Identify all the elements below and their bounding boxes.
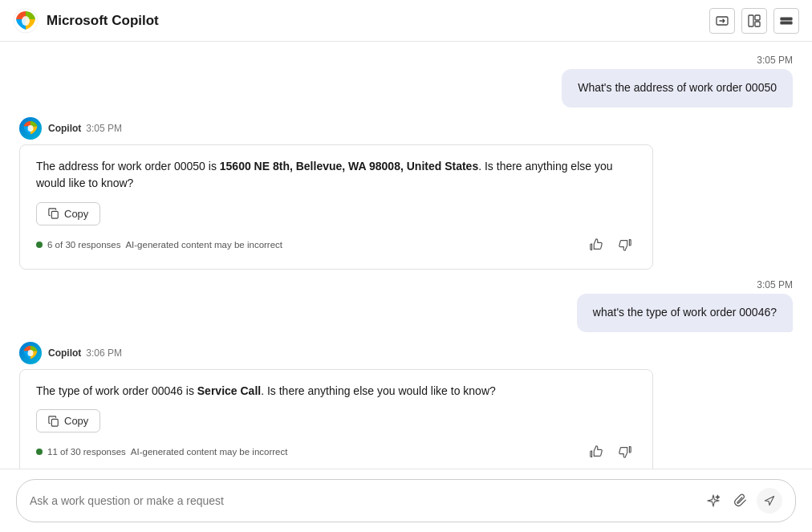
header-icons bbox=[709, 8, 799, 34]
sparkle-icon bbox=[706, 493, 721, 508]
header-icon-btn-3[interactable] bbox=[773, 8, 799, 34]
header-icon-btn-1[interactable] bbox=[709, 8, 735, 34]
app-title: Microsoft Copilot bbox=[47, 13, 159, 29]
copilot-bubble-2: The type of work order 00046 is Service … bbox=[19, 369, 653, 469]
svg-rect-5 bbox=[755, 22, 760, 26]
copilot-text-after-2: . Is there anything else you would like … bbox=[261, 384, 496, 397]
copilot-text-1: The address for work order 00050 is 1560… bbox=[36, 158, 636, 193]
app-logo bbox=[13, 8, 39, 34]
copilot-text-before-1: The address for work order 00050 is bbox=[36, 160, 220, 173]
thumbs-up-icon-1 bbox=[589, 238, 603, 252]
thumbs-down-button-2[interactable] bbox=[614, 441, 636, 463]
copilot-avatar-icon-1 bbox=[22, 120, 39, 137]
thumbs-down-icon-1 bbox=[618, 238, 632, 252]
svg-rect-11 bbox=[51, 419, 58, 426]
copilot-bubble-1: The address for work order 00050 is 1560… bbox=[19, 144, 653, 270]
attachment-button[interactable] bbox=[729, 489, 752, 512]
copilot-time-2: 3:06 PM bbox=[86, 347, 122, 359]
svg-point-1 bbox=[22, 16, 30, 26]
attachment-icon bbox=[733, 493, 748, 508]
copilot-avatar-icon-2 bbox=[22, 344, 39, 362]
share-icon bbox=[716, 14, 729, 27]
input-icons bbox=[702, 488, 782, 514]
send-icon bbox=[763, 494, 776, 507]
chat-area: 3:05 PM What's the address of work order… bbox=[0, 42, 812, 469]
copy-button-1[interactable]: Copy bbox=[36, 202, 100, 225]
svg-rect-6 bbox=[781, 18, 792, 20]
svg-point-8 bbox=[28, 125, 34, 132]
user-message-1: 3:05 PM What's the address of work order… bbox=[19, 55, 793, 108]
user-timestamp-2: 3:05 PM bbox=[757, 279, 793, 290]
bubble-actions-1 bbox=[585, 234, 636, 256]
thumbs-up-icon-2 bbox=[589, 445, 603, 459]
copy-button-2[interactable]: Copy bbox=[36, 409, 100, 433]
copy-label-2: Copy bbox=[64, 415, 88, 427]
copilot-message-2: Copilot 3:06 PM The type of work order 0… bbox=[19, 342, 793, 469]
copilot-meta-text-1: Copilot 3:05 PM bbox=[48, 123, 122, 134]
bubble-status-1: 6 of 30 responses AI-generated content m… bbox=[36, 240, 282, 250]
bubble-status-2: 11 of 30 responses AI-generated content … bbox=[36, 447, 287, 457]
copy-label-1: Copy bbox=[64, 208, 88, 220]
sparkle-button[interactable] bbox=[702, 489, 725, 512]
send-button[interactable] bbox=[757, 488, 782, 514]
input-area bbox=[0, 469, 812, 532]
copilot-meta-1: Copilot 3:05 PM bbox=[19, 117, 793, 140]
svg-rect-9 bbox=[51, 212, 58, 219]
copilot-message-1: Copilot 3:05 PM The address for work ord… bbox=[19, 117, 793, 270]
copilot-avatar-2 bbox=[19, 342, 42, 364]
chat-input[interactable] bbox=[30, 494, 696, 507]
thumbs-down-button-1[interactable] bbox=[614, 234, 636, 256]
svg-rect-7 bbox=[781, 22, 792, 24]
green-dot-2 bbox=[36, 449, 43, 455]
layout-icon bbox=[748, 14, 761, 27]
copilot-meta-text-2: Copilot 3:06 PM bbox=[48, 347, 122, 359]
bubble-footer-2: 11 of 30 responses AI-generated content … bbox=[36, 441, 636, 463]
svg-point-10 bbox=[28, 350, 34, 356]
header-icon-btn-2[interactable] bbox=[741, 8, 767, 34]
user-bubble-2: what's the type of work order 00046? bbox=[577, 294, 793, 332]
status-note-1: AI-generated content may be incorrect bbox=[125, 240, 282, 250]
thumbs-down-icon-2 bbox=[618, 445, 632, 459]
svg-rect-3 bbox=[749, 15, 753, 26]
green-dot-1 bbox=[36, 242, 43, 248]
copy-icon-2 bbox=[48, 416, 59, 427]
copilot-name-1: Copilot bbox=[48, 123, 81, 134]
header: Microsoft Copilot bbox=[0, 0, 812, 42]
copilot-text-2: The type of work order 00046 is Service … bbox=[36, 383, 636, 400]
thumbs-up-button-1[interactable] bbox=[585, 234, 607, 256]
copilot-text-before-2: The type of work order 00046 is bbox=[36, 384, 197, 397]
user-message-2: 3:05 PM what's the type of work order 00… bbox=[19, 279, 793, 332]
copilot-meta-2: Copilot 3:06 PM bbox=[19, 342, 793, 364]
thumbs-up-button-2[interactable] bbox=[585, 441, 607, 463]
copy-icon-1 bbox=[48, 208, 59, 219]
copilot-name-2: Copilot bbox=[48, 347, 81, 359]
copilot-text-bold-1: 15600 NE 8th, Bellevue, WA 98008, United… bbox=[220, 160, 478, 173]
status-text-2: 11 of 30 responses bbox=[47, 447, 126, 457]
svg-rect-4 bbox=[755, 15, 760, 20]
user-timestamp-1: 3:05 PM bbox=[757, 55, 793, 66]
more-icon bbox=[780, 14, 793, 27]
copilot-text-bold-2: Service Call bbox=[197, 384, 261, 397]
status-note-2: AI-generated content may be incorrect bbox=[131, 447, 288, 457]
bubble-footer-1: 6 of 30 responses AI-generated content m… bbox=[36, 234, 636, 256]
bubble-actions-2 bbox=[585, 441, 636, 463]
status-text-1: 6 of 30 responses bbox=[47, 240, 120, 250]
copilot-time-1: 3:05 PM bbox=[86, 123, 122, 134]
copilot-avatar-1 bbox=[19, 117, 42, 140]
user-bubble-1: What's the address of work order 00050 bbox=[562, 69, 793, 108]
input-box bbox=[16, 479, 796, 522]
header-left: Microsoft Copilot bbox=[13, 8, 159, 34]
